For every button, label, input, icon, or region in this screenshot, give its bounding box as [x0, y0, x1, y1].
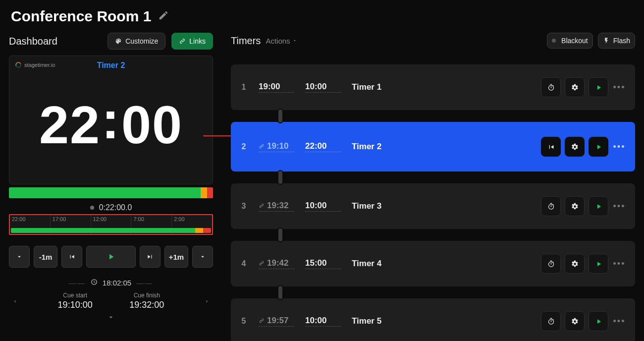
- big-timer-display: 22:00: [9, 98, 213, 152]
- timer-start-time[interactable]: 19:10: [259, 141, 294, 152]
- timer-link-handle[interactable]: [277, 109, 283, 123]
- blackout-button[interactable]: Blackout: [547, 33, 593, 49]
- links-button[interactable]: Links: [171, 33, 213, 50]
- plus-1m-button[interactable]: +1m: [164, 246, 188, 268]
- cue-start-value: 19:10:00: [58, 300, 93, 310]
- play-pause-button[interactable]: [86, 246, 136, 268]
- timer-start-time[interactable]: 19:32: [259, 201, 294, 212]
- bolt-icon: [603, 37, 610, 44]
- stopwatch-icon: [547, 260, 555, 268]
- plus-menu-button[interactable]: [192, 246, 213, 268]
- timer-link-handle[interactable]: [277, 227, 283, 242]
- brand-name: stagetimer.io: [24, 62, 55, 68]
- clock-icon: [91, 279, 98, 287]
- timer-row-actions: •••: [541, 311, 626, 331]
- next-timer-button[interactable]: [140, 246, 161, 268]
- timer-index: 4: [240, 259, 248, 268]
- brand-spinner-icon: [14, 61, 22, 68]
- stopwatch-icon: [547, 203, 555, 210]
- stopwatch-button[interactable]: [541, 311, 561, 331]
- play-icon: [595, 203, 602, 210]
- timer-more-button[interactable]: •••: [612, 142, 626, 152]
- timer-settings-button[interactable]: [565, 196, 585, 216]
- timer-duration[interactable]: 15:00: [305, 258, 341, 269]
- minus-menu-button[interactable]: [9, 246, 30, 268]
- dashboard-heading: Dashboard: [9, 36, 102, 47]
- progress-bar: [9, 187, 213, 198]
- timer-row[interactable]: 219:1022:00Timer 2•••: [231, 122, 635, 171]
- divider-left: ——: [69, 279, 86, 287]
- skip-start-icon: [547, 143, 555, 151]
- flash-button[interactable]: Flash: [598, 33, 635, 49]
- timer-row[interactable]: 319:3210:00Timer 3•••: [231, 183, 635, 229]
- timer-more-button[interactable]: •••: [612, 316, 626, 327]
- timer-play-button[interactable]: [589, 77, 608, 97]
- timer-duration[interactable]: 10:00: [305, 316, 341, 327]
- timer-play-button[interactable]: [589, 254, 608, 274]
- timer-row[interactable]: 519:5710:00Timer 5•••: [231, 298, 635, 341]
- cue-prev-button[interactable]: [9, 298, 21, 304]
- timer-row-actions: •••: [541, 77, 626, 97]
- timer-index: 1: [240, 83, 248, 92]
- cue-start-block: Cue start 19:10:00: [58, 292, 93, 310]
- remaining-time: 0:22:00.0: [99, 203, 132, 212]
- cue-next-button[interactable]: [201, 298, 213, 304]
- timer-start-time[interactable]: 19:00: [259, 82, 294, 93]
- rename-room-button[interactable]: [158, 10, 169, 23]
- timer-index: 2: [240, 142, 248, 151]
- cue-finish-label: Cue finish: [129, 292, 164, 299]
- prev-timer-button[interactable]: [61, 246, 82, 268]
- timer-name[interactable]: Timer 5: [352, 316, 530, 327]
- play-icon: [595, 143, 602, 151]
- gear-icon: [571, 84, 579, 91]
- stopwatch-icon: [547, 318, 555, 325]
- timer-row[interactable]: 119:0010:00Timer 1•••: [231, 64, 635, 110]
- timer-row[interactable]: 419:4215:00Timer 4•••: [231, 241, 635, 286]
- links-label: Links: [189, 37, 206, 45]
- timer-settings-button[interactable]: [565, 137, 585, 157]
- customize-button[interactable]: Customize: [107, 33, 165, 50]
- timer-play-button[interactable]: [589, 137, 608, 157]
- timer-name[interactable]: Timer 2: [352, 142, 530, 152]
- timer-duration[interactable]: 22:00: [305, 141, 341, 152]
- timer-start-time[interactable]: 19:42: [259, 258, 294, 269]
- timer-settings-button[interactable]: [565, 77, 585, 97]
- timer-index: 5: [240, 317, 248, 326]
- stopwatch-button[interactable]: [541, 196, 561, 216]
- timer-settings-button[interactable]: [565, 254, 585, 274]
- timers-actions-dropdown[interactable]: Actions: [266, 37, 297, 45]
- cue-finish-value: 19:32:00: [129, 300, 164, 310]
- timer-play-button[interactable]: [589, 196, 608, 216]
- timer-more-button[interactable]: •••: [612, 201, 626, 212]
- timer-start-time[interactable]: 19:57: [259, 316, 294, 327]
- timer-duration[interactable]: 10:00: [305, 82, 341, 93]
- timer-name[interactable]: Timer 3: [352, 201, 530, 212]
- timer-duration[interactable]: 10:00: [305, 201, 341, 212]
- timer-preview: stagetimer.io Timer 2 22:00: [9, 56, 213, 184]
- timeline[interactable]: 22:0017:0012:007:002:00: [9, 214, 213, 235]
- minus-1m-button[interactable]: -1m: [34, 246, 57, 268]
- link-icon: [259, 143, 265, 149]
- stopwatch-icon: [547, 84, 555, 91]
- timer-row-actions: •••: [541, 254, 626, 274]
- gear-icon: [571, 318, 579, 325]
- big-minutes: 22: [39, 95, 101, 155]
- timer-more-button[interactable]: •••: [612, 82, 626, 93]
- status-dot-icon: [90, 206, 94, 210]
- play-icon: [595, 318, 602, 325]
- timer-play-button[interactable]: [589, 311, 608, 331]
- cue-start-label: Cue start: [58, 292, 93, 299]
- timer-link-handle[interactable]: [277, 285, 283, 300]
- divider-right: ——: [136, 279, 153, 287]
- play-icon: [595, 84, 602, 91]
- timer-name[interactable]: Timer 4: [352, 259, 530, 269]
- palette-icon: [115, 38, 122, 45]
- expand-cues-button[interactable]: [107, 313, 115, 323]
- restart-timer-button[interactable]: [541, 137, 561, 157]
- timer-more-button[interactable]: •••: [612, 259, 626, 269]
- timer-link-handle[interactable]: [277, 170, 283, 185]
- stopwatch-button[interactable]: [541, 77, 561, 97]
- stopwatch-button[interactable]: [541, 254, 561, 274]
- timer-name[interactable]: Timer 1: [352, 82, 530, 93]
- timer-settings-button[interactable]: [565, 311, 585, 331]
